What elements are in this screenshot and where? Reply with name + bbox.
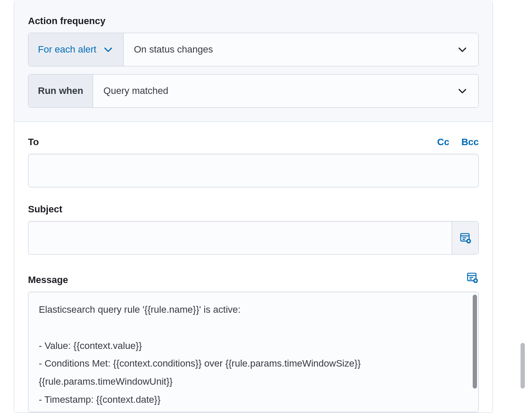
subject-insert-variable-button[interactable] [452, 221, 478, 254]
message-content: Elasticsearch query rule '{{rule.name}}'… [39, 301, 468, 409]
add-variable-icon [467, 272, 478, 283]
textarea-scrollbar[interactable] [473, 295, 477, 389]
frequency-trigger-row: For each alert On status changes [28, 33, 479, 66]
frequency-scope-select[interactable]: For each alert [28, 33, 124, 66]
chevron-down-icon [103, 44, 114, 55]
message-insert-variable-button[interactable] [466, 271, 479, 286]
add-variable-icon [460, 232, 471, 243]
bcc-link[interactable]: Bcc [462, 137, 479, 148]
run-when-label: Run when [28, 75, 93, 107]
message-label: Message [28, 274, 68, 286]
frequency-trigger-value: On status changes [134, 44, 213, 55]
to-input[interactable] [28, 154, 479, 187]
run-when-value: Query matched [103, 85, 168, 96]
message-textarea[interactable]: Elasticsearch query rule '{{rule.name}}'… [28, 292, 479, 412]
page-scrollbar[interactable] [521, 343, 525, 389]
frequency-trigger-select[interactable]: On status changes [124, 33, 478, 66]
cc-link[interactable]: Cc [437, 137, 449, 148]
chevron-down-icon [457, 85, 468, 96]
chevron-down-icon [457, 44, 468, 55]
run-when-row: Run when Query matched [28, 74, 479, 108]
action-config-panel: Action frequency For each alert On statu… [14, 0, 493, 413]
subject-field [28, 221, 479, 255]
email-fields-section: To Cc Bcc Subject [14, 121, 493, 412]
subject-label: Subject [28, 187, 479, 221]
action-frequency-heading: Action frequency [28, 0, 479, 33]
frequency-scope-label: For each alert [38, 44, 97, 55]
run-when-select[interactable]: Query matched [93, 75, 478, 107]
subject-input[interactable] [28, 221, 452, 254]
action-frequency-section: Action frequency For each alert On statu… [14, 0, 493, 121]
to-label: To [28, 137, 39, 148]
